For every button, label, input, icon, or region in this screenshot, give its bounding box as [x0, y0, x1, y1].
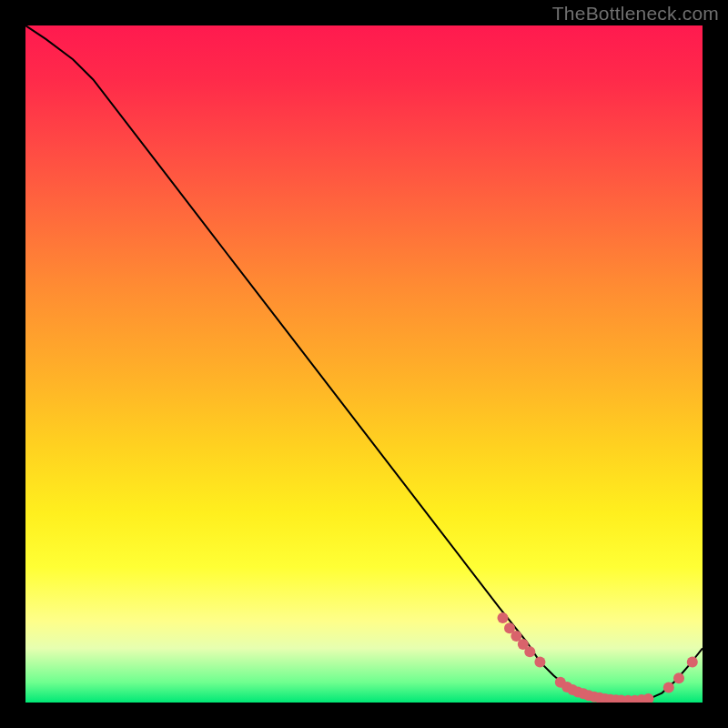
watermark-text: TheBottleneck.com — [552, 3, 719, 25]
marker-dot — [524, 646, 535, 657]
marker-dot — [673, 672, 684, 683]
marker-dot — [534, 656, 545, 667]
marker-dot — [687, 656, 698, 667]
plot-area — [25, 25, 703, 703]
main-curve — [25, 25, 703, 701]
marker-dot — [498, 612, 509, 623]
chart-svg — [25, 25, 703, 703]
chart-frame: TheBottleneck.com — [0, 0, 728, 728]
curve-markers — [498, 612, 698, 703]
marker-dot — [643, 693, 654, 703]
marker-dot — [663, 682, 674, 693]
